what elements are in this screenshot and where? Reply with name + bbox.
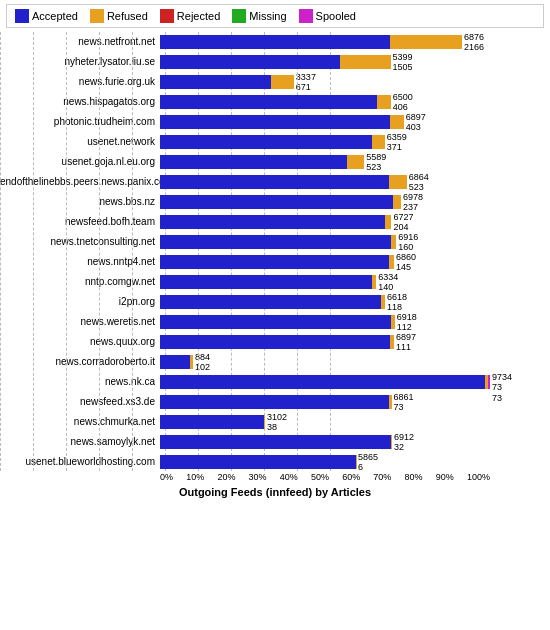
x-axis-tick: 90% xyxy=(436,472,454,482)
bar-label: news.samoylyk.net xyxy=(0,436,155,447)
table-row: photonic.trudheim.com6897403 xyxy=(160,112,490,131)
bar-segment xyxy=(390,335,394,349)
bar-track xyxy=(160,115,404,129)
table-row: news.netfront.net68762166 xyxy=(160,32,490,51)
spooled-label: Spooled xyxy=(316,10,356,22)
bar-segment xyxy=(160,95,377,109)
bar-segment xyxy=(372,135,384,149)
bar-label: usenet.network xyxy=(0,136,155,147)
bar-label: news.quux.org xyxy=(0,336,155,347)
legend-missing: Missing xyxy=(232,9,286,23)
table-row: news.furie.org.uk3337671 xyxy=(160,72,490,91)
bar-segment xyxy=(160,355,190,369)
bar-segment xyxy=(160,455,356,469)
bar-values: 68762166 xyxy=(464,32,484,53)
bar-segment xyxy=(391,235,396,249)
table-row: newsfeed.xs3.de686173 xyxy=(160,392,490,411)
bar-segment xyxy=(160,175,389,189)
bar-track xyxy=(160,55,391,69)
table-row: usenet.goja.nl.eu.org5589523 xyxy=(160,152,490,171)
x-axis-tick: 80% xyxy=(405,472,423,482)
bar-segment xyxy=(381,295,385,309)
bar-segment xyxy=(160,195,393,209)
bar-segment xyxy=(340,55,390,69)
bar-segment xyxy=(160,235,391,249)
x-axis-labels: 0%10%20%30%40%50%60%70%80%90%100% xyxy=(0,472,550,482)
bar-label: news.hispagatos.org xyxy=(0,96,155,107)
table-row: i2pn.org6618118 xyxy=(160,292,490,311)
bar-label: i2pn.org xyxy=(0,296,155,307)
bar-segment xyxy=(372,275,377,289)
spooled-swatch xyxy=(299,9,313,23)
rejected-swatch xyxy=(160,9,174,23)
bar-segment xyxy=(160,335,390,349)
bar-track xyxy=(160,395,392,409)
bar-track xyxy=(160,375,490,389)
bar-segment xyxy=(347,155,364,169)
refused-label: Refused xyxy=(107,10,148,22)
table-row: nyheter.lysator.liu.se53991505 xyxy=(160,52,490,71)
bar-segment xyxy=(385,215,392,229)
bar-track xyxy=(160,335,394,349)
bar-track xyxy=(160,195,401,209)
bar-label: news.tnetconsulting.net xyxy=(0,236,155,247)
bar-segment xyxy=(160,275,372,289)
bar-values: 6334140 xyxy=(378,272,398,293)
bar-label: newsfeed.bofh.team xyxy=(0,216,155,227)
bar-track xyxy=(160,155,364,169)
bar-segment xyxy=(377,95,391,109)
x-axis-tick: 20% xyxy=(217,472,235,482)
bar-segment xyxy=(390,35,462,49)
bar-label: news.furie.org.uk xyxy=(0,76,155,87)
bar-values: 6978237 xyxy=(403,192,423,213)
rejected-label: Rejected xyxy=(177,10,220,22)
table-row: newsfeed.bofh.team6727204 xyxy=(160,212,490,231)
table-row: news.tnetconsulting.net6916160 xyxy=(160,232,490,251)
bar-segment xyxy=(160,215,385,229)
bar-label: news.weretis.net xyxy=(0,316,155,327)
legend-refused: Refused xyxy=(90,9,148,23)
bar-track xyxy=(160,255,394,269)
table-row: news.samoylyk.net691232 xyxy=(160,432,490,451)
bar-track xyxy=(160,455,356,469)
missing-swatch xyxy=(232,9,246,23)
bar-segment xyxy=(264,415,265,429)
bar-track xyxy=(160,235,396,249)
bar-label: usenet.blueworldhosting.com xyxy=(0,456,155,467)
bar-segment xyxy=(488,375,490,389)
bar-segment xyxy=(160,55,340,69)
x-axis-tick: 30% xyxy=(249,472,267,482)
bar-values: 58656 xyxy=(358,452,378,473)
bar-segment xyxy=(391,435,392,449)
x-axis-tick: 50% xyxy=(311,472,329,482)
bar-label: news.corradoroberto.it xyxy=(0,356,155,367)
bar-values: 884102 xyxy=(195,352,210,373)
bar-values: 5589523 xyxy=(366,152,386,173)
table-row: news.nk.ca97347373 xyxy=(160,372,490,391)
bar-values: 6897111 xyxy=(396,332,416,353)
x-axis-tick: 0% xyxy=(160,472,173,482)
bar-values: 691232 xyxy=(394,432,414,453)
bar-segment xyxy=(160,115,390,129)
table-row: news.corradoroberto.it884102 xyxy=(160,352,490,371)
bar-segment xyxy=(160,75,271,89)
bar-track xyxy=(160,95,391,109)
bar-values: 97347373 xyxy=(492,372,512,403)
bar-values: 53991505 xyxy=(393,52,413,73)
bar-values: 6359371 xyxy=(387,132,407,153)
bar-values: 6897403 xyxy=(406,112,426,133)
bar-label: news.nk.ca xyxy=(0,376,155,387)
x-axis-tick: 70% xyxy=(373,472,391,482)
bar-label: news.netfront.net xyxy=(0,36,155,47)
bar-label: nyheter.lysator.liu.se xyxy=(0,56,155,67)
x-axis-tick: 40% xyxy=(280,472,298,482)
bar-segment xyxy=(391,315,395,329)
bar-label: endofthelinebbs.peers.news.panix.com xyxy=(0,176,155,187)
bars-area: news.netfront.net68762166nyheter.lysator… xyxy=(0,32,550,471)
bar-segment xyxy=(160,255,389,269)
bar-track xyxy=(160,315,395,329)
bar-segment xyxy=(389,395,391,409)
table-row: news.weretis.net6918112 xyxy=(160,312,490,331)
bar-track xyxy=(160,295,385,309)
refused-swatch xyxy=(90,9,104,23)
